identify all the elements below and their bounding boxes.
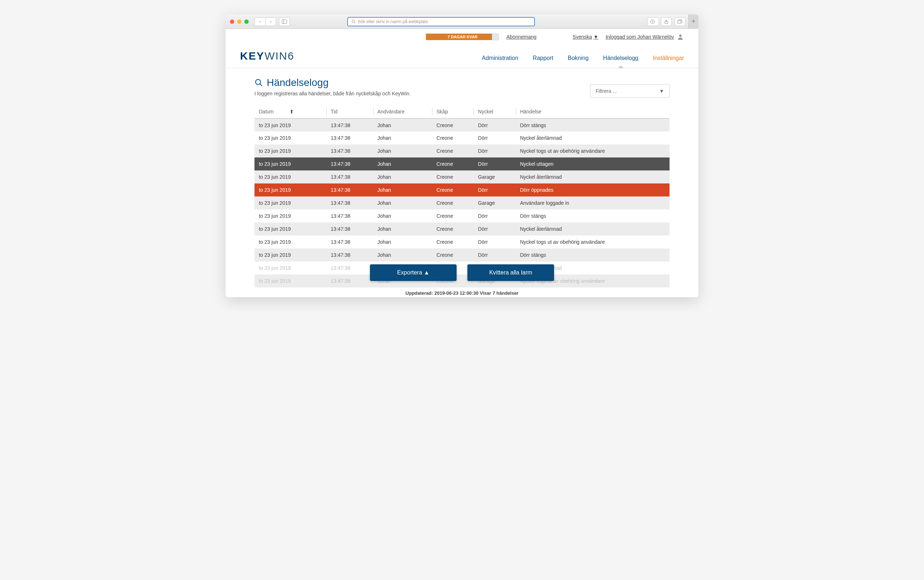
close-window-icon[interactable] bbox=[230, 20, 234, 24]
svg-line-9 bbox=[260, 84, 262, 86]
cell-cabinet: Creone bbox=[432, 132, 474, 145]
cell-cabinet: Creone bbox=[432, 236, 474, 249]
url-placeholder: Sök eller skriv in namn på webbplats bbox=[358, 19, 428, 24]
col-cabinet[interactable]: Skåp bbox=[432, 105, 474, 119]
svg-point-8 bbox=[256, 79, 261, 84]
table-row[interactable]: to 23 jun 201913:47:38JohanCreoneGarageA… bbox=[255, 196, 669, 209]
nav-rapport[interactable]: Rapport bbox=[533, 55, 553, 68]
table-row[interactable]: to 23 jun 201913:47:38JohanCreoneDörrNyc… bbox=[255, 262, 669, 275]
cell-time: 13:47:38 bbox=[326, 262, 373, 275]
back-button[interactable]: ‹ bbox=[255, 17, 265, 26]
table-row[interactable]: to 23 jun 201913:47:38JohanCreoneDörrNyc… bbox=[255, 145, 669, 157]
chevron-down-icon: ▼ bbox=[659, 88, 664, 94]
downloads-button[interactable] bbox=[647, 17, 658, 26]
table-row[interactable]: to 23 jun 201913:47:38JohanCreoneGarageN… bbox=[255, 275, 669, 287]
page-subheading: I loggen registreras alla händelser, båd… bbox=[255, 91, 411, 96]
cell-date: to 23 jun 2019 bbox=[255, 183, 326, 196]
logo-part-key: KEY bbox=[240, 50, 265, 62]
cell-key: Dörr bbox=[474, 157, 515, 170]
col-date-label: Datum bbox=[259, 109, 274, 114]
table-row[interactable]: to 23 jun 201913:47:38JohanCreoneDörrDör… bbox=[255, 249, 669, 262]
svg-line-3 bbox=[354, 22, 355, 23]
col-date[interactable]: Datum ⬆ bbox=[255, 105, 326, 119]
table-row[interactable]: to 23 jun 201913:47:38JohanCreoneDörrDör… bbox=[255, 183, 669, 196]
cell-event: Nyckel återlämnad bbox=[516, 132, 669, 145]
cell-event: Nyckel uttagen bbox=[516, 157, 669, 170]
page-content: 7 DAGAR KVAR Abonnemang Svenska ▼ Inlogg… bbox=[225, 29, 699, 297]
cell-event: Dörr stängs bbox=[516, 249, 669, 262]
col-time[interactable]: Tid bbox=[326, 105, 373, 119]
col-event[interactable]: Händelse bbox=[516, 105, 669, 119]
maximize-window-icon[interactable] bbox=[244, 20, 249, 24]
browser-window: ‹ › Sök eller skriv in namn på webbplats… bbox=[225, 15, 699, 297]
cell-key: Dörr bbox=[474, 183, 515, 196]
minimize-window-icon[interactable] bbox=[237, 20, 242, 24]
nav-back-forward: ‹ › bbox=[255, 17, 276, 26]
nav-administration[interactable]: Administration bbox=[482, 55, 518, 68]
tabs-icon bbox=[677, 20, 682, 23]
window-controls bbox=[230, 20, 249, 24]
cell-user: Johan bbox=[373, 222, 432, 236]
cell-user: Johan bbox=[373, 196, 432, 209]
url-bar[interactable]: Sök eller skriv in namn på webbplats bbox=[347, 17, 535, 26]
share-icon bbox=[664, 20, 668, 24]
share-button[interactable] bbox=[661, 17, 672, 26]
nav-installningar[interactable]: Inställningar bbox=[653, 55, 684, 68]
filter-dropdown[interactable]: Filtrera ... ▼ bbox=[590, 84, 669, 98]
cell-key: Garage bbox=[474, 196, 515, 209]
cell-date: to 23 jun 2019 bbox=[255, 119, 326, 132]
new-tab-button[interactable]: + bbox=[688, 15, 699, 29]
table-wrap: Datum ⬆ Tid Andvändare Skåp Nyckel Hände… bbox=[225, 105, 699, 287]
download-icon bbox=[650, 20, 655, 24]
cell-time: 13:47:38 bbox=[326, 236, 373, 249]
table-row[interactable]: to 23 jun 201913:47:38JohanCreoneDörrDör… bbox=[255, 119, 669, 132]
cell-event: Nyckel återlämnad bbox=[516, 170, 669, 183]
nav-bokning[interactable]: Bokning bbox=[568, 55, 589, 68]
tabs-button[interactable] bbox=[674, 17, 686, 26]
trial-progress-remaining bbox=[492, 33, 499, 40]
table-row[interactable]: to 23 jun 201913:47:38JohanCreoneDörrNyc… bbox=[255, 157, 669, 170]
cell-event: Dörr stängs bbox=[516, 119, 669, 132]
user-label: Inloggad som Johan Wärnelöv bbox=[606, 34, 674, 40]
cell-time: 13:47:38 bbox=[326, 275, 373, 287]
cell-date: to 23 jun 2019 bbox=[255, 170, 326, 183]
browser-chrome: ‹ › Sök eller skriv in namn på webbplats… bbox=[225, 15, 699, 29]
acknowledge-all-alarms-button[interactable]: Kvittera alla larm bbox=[467, 264, 554, 281]
language-selector[interactable]: Svenska ▼ bbox=[572, 34, 598, 40]
status-line: Uppdaterad: 2019-06-23 12:00:30 Visar 7 … bbox=[225, 287, 699, 297]
svg-point-7 bbox=[679, 34, 682, 37]
cell-date: to 23 jun 2019 bbox=[255, 222, 326, 236]
cell-time: 13:47:38 bbox=[326, 196, 373, 209]
cell-cabinet: Creone bbox=[432, 222, 474, 236]
cell-user: Johan bbox=[373, 157, 432, 170]
top-bar: 7 DAGAR KVAR Abonnemang Svenska ▼ Inlogg… bbox=[225, 29, 699, 43]
cell-cabinet: Creone bbox=[432, 145, 474, 157]
search-icon bbox=[352, 20, 355, 23]
sidebar-toggle-button[interactable] bbox=[279, 17, 290, 26]
table-row[interactable]: to 23 jun 201913:47:38JohanCreoneDörrNyc… bbox=[255, 222, 669, 236]
export-button[interactable]: Exportera ▲ bbox=[370, 264, 457, 281]
cell-event: Dörr stängs bbox=[516, 209, 669, 222]
cell-date: to 23 jun 2019 bbox=[255, 249, 326, 262]
logo-part-win6: WIN6 bbox=[265, 50, 294, 62]
cell-key: Dörr bbox=[474, 132, 515, 145]
trial-days-label: 7 DAGAR KVAR bbox=[426, 34, 492, 40]
magnifier-icon bbox=[255, 78, 263, 87]
cell-time: 13:47:38 bbox=[326, 183, 373, 196]
nav-handelselogg[interactable]: Händelselogg bbox=[603, 55, 638, 68]
cell-cabinet: Creone bbox=[432, 157, 474, 170]
col-user[interactable]: Andvändare bbox=[373, 105, 432, 119]
col-key[interactable]: Nyckel bbox=[474, 105, 515, 119]
table-row[interactable]: to 23 jun 201913:47:38JohanCreoneDörrDör… bbox=[255, 209, 669, 222]
user-info[interactable]: Inloggad som Johan Wärnelöv bbox=[606, 33, 684, 40]
chrome-right-controls bbox=[647, 17, 686, 26]
cell-cabinet: Creone bbox=[432, 209, 474, 222]
cell-key: Dörr bbox=[474, 119, 515, 132]
page-heading-text: Händelselogg bbox=[267, 77, 329, 89]
table-row[interactable]: to 23 jun 201913:47:38JohanCreoneDörrNyc… bbox=[255, 236, 669, 249]
table-row[interactable]: to 23 jun 201913:47:38JohanCreoneDörrNyc… bbox=[255, 132, 669, 145]
table-row[interactable]: to 23 jun 201913:47:38JohanCreoneGarageN… bbox=[255, 170, 669, 183]
subscription-link[interactable]: Abonnemang bbox=[506, 34, 536, 40]
forward-button[interactable]: › bbox=[265, 17, 276, 26]
cell-date: to 23 jun 2019 bbox=[255, 275, 326, 287]
